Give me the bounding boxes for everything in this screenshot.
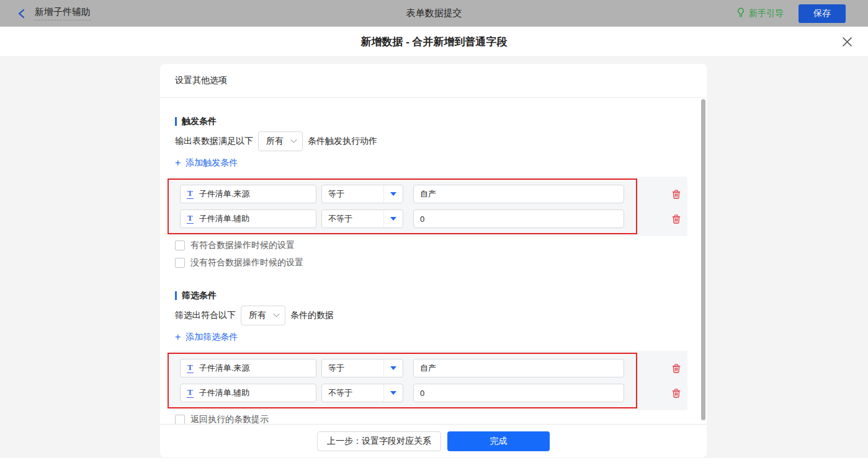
trigger-value-input-1[interactable]: [413, 185, 624, 203]
trigger-conditions-panel: T 子件清单.来源 等于: [170, 177, 687, 236]
options-card: 设置其他选项 触发条件 输出表数据满足以下 所有 条件触发执行动作 + 添加触发…: [160, 64, 707, 457]
filter-value-input-1[interactable]: [413, 359, 624, 377]
sentence-prefix: 输出表数据满足以下: [175, 136, 253, 147]
card-header: 设置其他选项: [160, 64, 707, 98]
previous-step-button[interactable]: 上一步：设置字段对应关系: [317, 431, 441, 451]
card-footer: 上一步：设置字段对应关系 完成: [160, 424, 707, 457]
filter-match-sentence: 筛选出符合以下 所有 条件的数据: [175, 306, 334, 325]
text-field-type-icon: T: [187, 189, 194, 199]
dialog-header: 新增数据 - 合并新增到普通字段: [0, 27, 868, 57]
close-icon[interactable]: [842, 37, 852, 47]
done-button[interactable]: 完成: [447, 431, 550, 451]
trigger-match-sentence: 输出表数据满足以下 所有 条件触发执行动作: [175, 131, 377, 151]
delete-condition-button[interactable]: [671, 388, 681, 399]
divider: [383, 384, 384, 402]
filter-conditions-panel: T 子件清单.来源 等于: [170, 351, 687, 410]
dropdown-arrow-icon: [390, 192, 396, 196]
filter-field-select-1[interactable]: T 子件清单.来源: [180, 359, 316, 377]
divider: [383, 359, 384, 377]
trigger-operator-select-1[interactable]: 等于: [321, 185, 403, 203]
bottom-edge: [0, 458, 868, 463]
save-button[interactable]: 保存: [799, 4, 846, 23]
chevron-left-icon: [17, 9, 26, 19]
checkbox-label: 有符合数据操作时候的设置: [190, 240, 295, 251]
without-data-checkbox[interactable]: [175, 258, 185, 268]
condition-row: T 子件清单.辅助 不等于: [180, 209, 687, 228]
card-content: 触发条件 输出表数据满足以下 所有 条件触发执行动作 + 添加触发条件 T 子件: [160, 98, 707, 424]
lightbulb-icon: [736, 7, 745, 20]
back-button[interactable]: [17, 9, 26, 19]
text-field-type-icon: T: [187, 214, 194, 224]
beginner-guide-link[interactable]: 新手引导: [736, 7, 784, 20]
chevron-down-icon: [274, 311, 280, 317]
filter-value-input-2[interactable]: [413, 384, 624, 402]
delete-condition-button[interactable]: [671, 363, 681, 374]
checkbox-label: 返回执行的条数提示: [190, 414, 269, 424]
dropdown-arrow-icon: [390, 366, 396, 370]
with-data-checkbox[interactable]: [175, 240, 185, 250]
checkbox-label: 没有符合数据操作时候的设置: [190, 257, 303, 268]
trigger-field-select-2[interactable]: T 子件清单.辅助: [180, 209, 316, 228]
sentence-suffix: 条件的数据: [290, 310, 334, 321]
section-accent-bar: [175, 291, 177, 300]
trigger-match-select[interactable]: 所有: [258, 131, 303, 151]
trigger-field-select-1[interactable]: T 子件清单.来源: [180, 185, 316, 203]
filter-section-title: 筛选条件: [175, 290, 217, 301]
condition-row: T 子件清单.来源 等于: [180, 359, 687, 377]
chevron-down-icon: [291, 136, 297, 143]
add-trigger-condition-link[interactable]: + 添加触发条件: [175, 157, 238, 169]
sentence-suffix: 条件触发执行动作: [308, 136, 377, 147]
return-count-option-row: 返回执行的条数提示: [175, 414, 269, 424]
divider: [383, 185, 384, 203]
filter-operator-select-1[interactable]: 等于: [321, 359, 403, 377]
top-bar: 新增子件辅助 表单数据提交 新手引导 保存: [0, 0, 868, 27]
divider: [383, 210, 384, 227]
filter-match-select[interactable]: 所有: [241, 306, 285, 325]
condition-row: T 子件清单.来源 等于: [180, 185, 687, 203]
text-field-type-icon: T: [187, 388, 194, 398]
dropdown-arrow-icon: [390, 217, 396, 221]
trigger-operator-select-2[interactable]: 不等于: [321, 209, 403, 228]
dropdown-arrow-icon: [390, 391, 396, 395]
return-count-checkbox[interactable]: [175, 415, 185, 424]
add-filter-condition-link[interactable]: + 添加筛选条件: [175, 331, 238, 343]
sentence-prefix: 筛选出符合以下: [175, 310, 236, 321]
without-data-option-row: 没有符合数据操作时候的设置: [175, 257, 303, 268]
vertical-scrollbar[interactable]: [701, 99, 705, 420]
text-field-type-icon: T: [187, 363, 194, 373]
plus-icon: +: [175, 332, 181, 342]
flow-name-label: 新增子件辅助: [35, 6, 91, 20]
dialog-body: 设置其他选项 触发条件 输出表数据满足以下 所有 条件触发执行动作 + 添加触发…: [0, 57, 868, 463]
filter-field-select-2[interactable]: T 子件清单.辅助: [180, 384, 316, 402]
delete-condition-button[interactable]: [671, 189, 681, 200]
condition-row: T 子件清单.辅助 不等于: [180, 384, 687, 402]
delete-condition-button[interactable]: [671, 214, 681, 224]
plus-icon: +: [175, 158, 181, 168]
with-data-option-row: 有符合数据操作时候的设置: [175, 240, 295, 251]
trigger-section-title: 触发条件: [175, 116, 217, 127]
dialog-title: 新增数据 - 合并新增到普通字段: [360, 35, 507, 49]
trigger-value-input-2[interactable]: [413, 209, 624, 228]
filter-operator-select-2[interactable]: 不等于: [321, 384, 403, 402]
section-accent-bar: [175, 117, 177, 126]
guide-label: 新手引导: [749, 8, 784, 19]
